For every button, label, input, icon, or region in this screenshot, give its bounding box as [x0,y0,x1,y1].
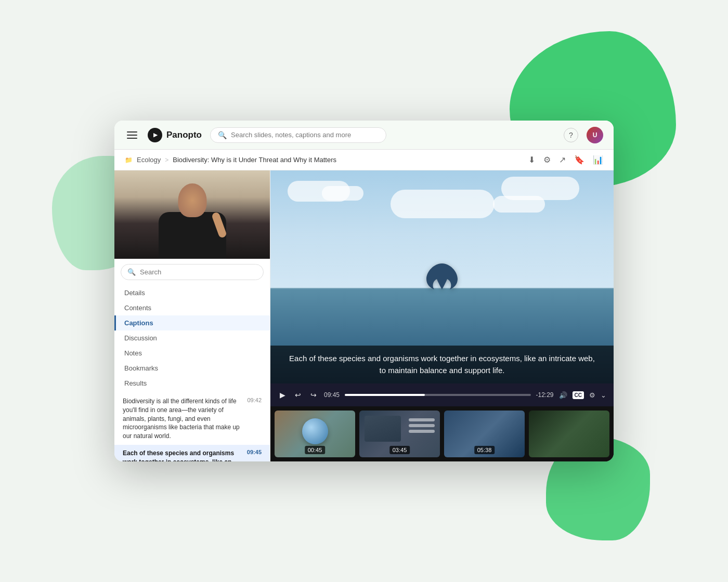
progress-bar-fill [345,394,425,396]
subtitle-text: Each of these species and organisms work… [289,354,595,375]
tab-details[interactable]: Details [114,285,270,300]
tab-results[interactable]: Results [114,376,270,391]
breadcrumb-current-title: Biodiversity: Why is it Under Threat and… [173,156,336,164]
thumb-line-1 [409,418,435,421]
logo[interactable]: Panopto [148,128,202,142]
app-window: Panopto 🔍 ? U 📁 Ecology > Biodiversity: … [114,121,614,461]
caption-time-1: 09:45 [247,449,262,455]
video-controls: ▶ ↩ ↪ 09:45 -12:29 🔊 CC ⚙ ⌄ [270,383,614,406]
speaker-thumbnail [114,170,270,259]
caption-item-0[interactable]: Biodiversity is all the different kinds … [114,393,270,445]
share-icon[interactable]: ↗ [559,155,566,165]
play-button[interactable]: ▶ [278,390,288,400]
logo-icon [148,128,162,142]
right-panel: Each of these species and organisms work… [270,170,614,461]
main-content: 🔍 Details Contents Captions Discussion N… [114,170,614,461]
cloud-5 [391,190,495,218]
folder-icon: 📁 [125,156,133,164]
caption-text-0: Biodiversity is all the different kinds … [123,397,243,441]
rewind-button[interactable]: ↩ [293,390,303,400]
thumb-time-3: 05:38 [474,446,495,454]
thumb-time-1: 00:45 [305,446,326,454]
volume-icon[interactable]: 🔊 [559,391,567,399]
tab-discussion[interactable]: Discussion [114,330,270,346]
thumbnail-3[interactable]: 05:38 [444,411,525,457]
global-search[interactable]: 🔍 [210,127,386,143]
tab-bookmarks[interactable]: Bookmarks [114,361,270,376]
video-player[interactable]: Each of these species and organisms work… [270,170,614,383]
help-button[interactable]: ? [564,128,578,142]
panel-search-icon: 🔍 [127,268,136,276]
menu-button[interactable] [125,129,139,141]
progress-bar[interactable] [345,394,530,396]
tab-notes[interactable]: Notes [114,346,270,361]
left-panel: 🔍 Details Contents Captions Discussion N… [114,170,270,461]
subtitle-overlay: Each of these species and organisms work… [270,346,614,383]
speaker-photo [114,170,270,259]
settings-video-icon[interactable]: ⚙ [589,391,595,399]
thumbnail-1[interactable]: 00:45 [275,411,355,457]
forward-button[interactable]: ↪ [308,390,319,400]
caption-text-1: Each of these species and organisms work… [123,449,243,461]
breadcrumb-folder[interactable]: Ecology [137,156,161,164]
cloud-2 [322,186,363,201]
whale-tail [424,261,460,294]
search-icon: 🔍 [218,131,227,139]
download-icon[interactable]: ⬇ [528,155,535,165]
settings-icon[interactable]: ⚙ [543,155,551,165]
breadcrumb-separator: > [165,156,168,164]
thumbnail-2[interactable]: 03:45 [359,411,440,457]
cc-button[interactable]: CC [573,391,584,399]
thumb-bg-4 [529,411,609,457]
thumbnail-4[interactable] [529,411,609,457]
breadcrumb-actions: ⬇ ⚙ ↗ 🔖 📊 [528,155,603,165]
analytics-icon[interactable]: 📊 [593,155,603,165]
panel-search[interactable]: 🔍 [121,264,264,280]
thumbnails-row: 00:45 03:45 05:38 [270,406,614,461]
captions-list: Biodiversity is all the different kinds … [114,391,270,461]
search-input[interactable] [231,131,379,139]
thumb-person [365,416,401,442]
thumb-line-3 [409,430,435,433]
tab-contents[interactable]: Contents [114,300,270,315]
caption-time-0: 09:42 [247,397,262,403]
thumb-line-2 [409,424,435,427]
caption-item-1[interactable]: Each of these species and organisms work… [114,445,270,461]
speaker-head [178,183,206,217]
tab-captions[interactable]: Captions [114,315,270,330]
current-time: 09:45 [324,391,340,399]
navbar: Panopto 🔍 ? U [114,121,614,150]
breadcrumb-bar: 📁 Ecology > Biodiversity: Why is it Unde… [114,150,614,170]
user-avatar[interactable]: U [587,127,603,143]
chevron-down-icon[interactable]: ⌄ [601,391,606,399]
thumb-globe [302,418,328,444]
logo-text: Panopto [166,130,202,140]
panel-search-input[interactable] [140,268,257,276]
thumb-time-2: 03:45 [389,446,410,454]
nav-tabs: Details Contents Captions Discussion Not… [114,285,270,391]
bookmark-icon[interactable]: 🔖 [574,155,584,165]
thumb-lines [409,418,435,433]
cloud-4 [493,196,545,213]
total-time: -12:29 [536,391,554,399]
